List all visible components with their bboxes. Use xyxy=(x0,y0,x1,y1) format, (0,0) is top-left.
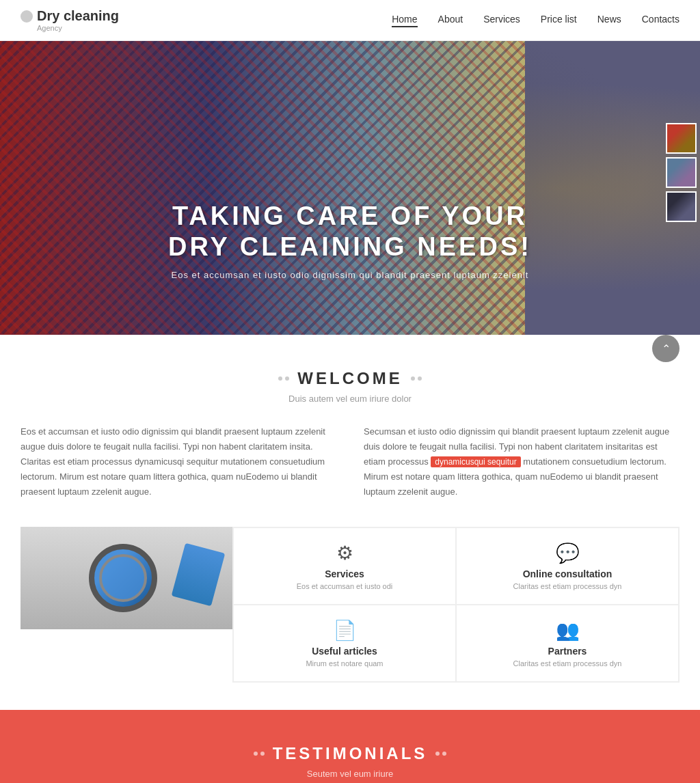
welcome-subtitle: Duis autem vel eum iriure dolor xyxy=(21,394,679,404)
services-grid-section: ⚙ Services Eos et accumsan et iusto odi … xyxy=(0,527,700,710)
welcome-dots-right xyxy=(411,376,422,381)
service-box-1: ⚙ Services Eos et accumsan et iusto odi xyxy=(233,527,456,605)
welcome-text-right: Secumsan et iusto odio dignissim qui bla… xyxy=(364,424,679,499)
tdot-2 xyxy=(260,752,265,756)
welcome-text-left: Eos et accumsan et iusto odio dignissim … xyxy=(21,424,336,499)
scroll-up-button[interactable]: ⌃ xyxy=(652,335,679,362)
service-box-desc-1: Eos et accumsan et iusto odi xyxy=(247,582,442,590)
nav-news[interactable]: News xyxy=(597,14,621,27)
consultation-icon: 💬 xyxy=(470,542,664,564)
services-image xyxy=(21,527,232,629)
hero-title: TAKING CARE OF YOUR DRY CLEAINING NEEDS! xyxy=(0,201,700,263)
partners-icon: 👥 xyxy=(470,619,664,642)
service-box-title-1: Services xyxy=(247,568,442,579)
hero-thumb-2[interactable] xyxy=(666,157,697,188)
dot-4 xyxy=(418,376,422,381)
washing-machine-inner xyxy=(99,554,147,602)
nav-price-list[interactable]: Price list xyxy=(541,14,577,27)
hero-image xyxy=(0,41,525,335)
tdot-4 xyxy=(442,752,446,756)
service-box-3: 📄 Useful articles Mirum est notare quam xyxy=(233,605,456,682)
service-box-title-4: Partners xyxy=(470,646,664,657)
logo-area: Dry cleaning Agency xyxy=(21,8,119,32)
welcome-title: WELCOME xyxy=(297,369,402,388)
services-icon: ⚙ xyxy=(247,542,442,564)
hero-title-line1: TAKING CARE OF YOUR xyxy=(172,202,528,230)
testimonials-title-row: TESTIMONIALS xyxy=(21,744,679,763)
nav-services[interactable]: Services xyxy=(483,14,520,27)
header: Dry cleaning Agency Home About Services … xyxy=(0,0,700,41)
services-boxes: ⚙ Services Eos et accumsan et iusto odi … xyxy=(232,527,679,683)
service-box-desc-3: Mirum est notare quam xyxy=(247,659,442,668)
dot-3 xyxy=(411,376,415,381)
articles-icon: 📄 xyxy=(247,619,442,642)
service-box-desc-2: Claritas est etiam processus dyn xyxy=(470,582,664,590)
main-nav: Home About Services Price list News Cont… xyxy=(392,14,679,27)
highlight-badge: dynamicusqui sequitur xyxy=(431,456,520,467)
nav-contacts[interactable]: Contacts xyxy=(642,14,679,27)
logo-title[interactable]: Dry cleaning xyxy=(37,8,119,24)
service-box-desc-4: Claritas est etiam processus dyn xyxy=(470,659,664,668)
service-box-2: 💬 Online consultation Claritas est etiam… xyxy=(456,527,679,605)
dot-2 xyxy=(285,376,289,381)
welcome-dots-left xyxy=(278,376,289,381)
testimonials-section: TESTIMONIALS Seutem vel eum iriure 👩 👩 👩… xyxy=(0,710,700,783)
hero-subtitle: Eos et accumsan et iusto odio dignissim … xyxy=(0,270,700,280)
hero-thumb-1[interactable] xyxy=(666,123,697,154)
logo-subtitle: Agency xyxy=(37,24,62,32)
towel-image xyxy=(172,543,226,607)
hero-content: TAKING CARE OF YOUR DRY CLEAINING NEEDS!… xyxy=(0,201,700,280)
hero-section: TAKING CARE OF YOUR DRY CLEAINING NEEDS!… xyxy=(0,41,700,335)
scroll-up-icon: ⌃ xyxy=(662,342,671,355)
washing-machine-bg xyxy=(21,527,232,629)
service-box-title-2: Online consultation xyxy=(470,568,664,579)
testimonials-title: TESTIMONIALS xyxy=(273,744,428,763)
logo-icon xyxy=(21,10,33,23)
welcome-section: WELCOME Duis autem vel eum iriure dolor … xyxy=(0,335,700,527)
hero-title-line2: DRY CLEAINING NEEDS! xyxy=(168,232,532,261)
service-box-4: 👥 Partners Claritas est etiam processus … xyxy=(456,605,679,682)
tdot-3 xyxy=(435,752,440,756)
tdot-1 xyxy=(254,752,258,756)
service-box-title-3: Useful articles xyxy=(247,646,442,657)
nav-about[interactable]: About xyxy=(438,14,463,27)
welcome-content: Eos et accumsan et iusto odio dignissim … xyxy=(21,424,679,499)
testimonials-subtitle: Seutem vel eum iriure xyxy=(21,769,679,779)
nav-home[interactable]: Home xyxy=(392,14,417,27)
washing-machine-circle xyxy=(89,544,157,612)
testimonials-dots-left xyxy=(254,752,265,756)
welcome-title-row: WELCOME xyxy=(21,369,679,388)
testimonials-dots-right xyxy=(435,752,446,756)
dot-1 xyxy=(278,376,282,381)
